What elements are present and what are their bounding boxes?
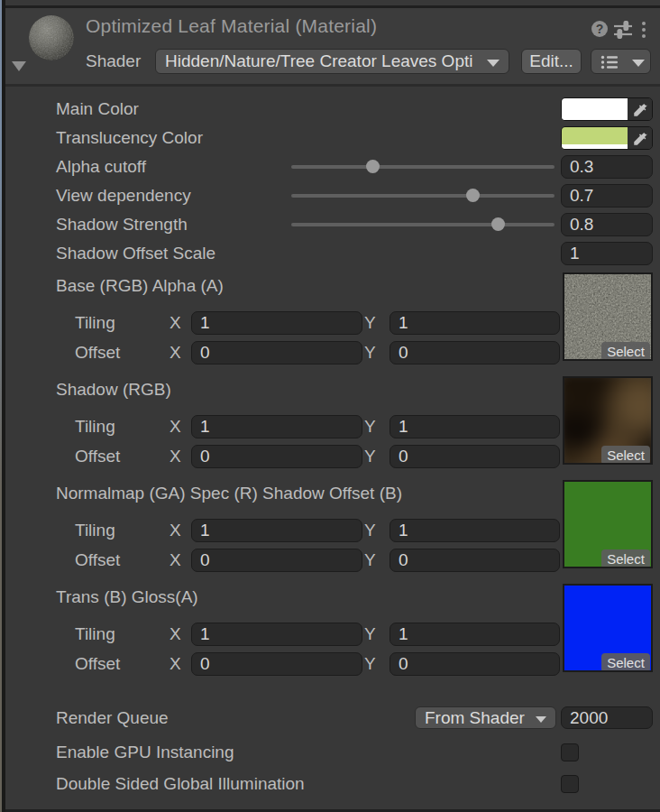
x-label: X <box>170 415 181 438</box>
row-shadow-offset-scale: Shadow Offset Scale 1 <box>5 242 660 265</box>
offset-label: Offset <box>75 445 120 468</box>
slider-knob[interactable] <box>491 217 505 231</box>
slider-track[interactable] <box>291 165 555 169</box>
translucency-color-swatch[interactable] <box>561 126 653 150</box>
row-view-dependency: View dependency 0.7 <box>5 184 660 208</box>
normalmap-tiling-x-field[interactable]: 1 <box>191 519 362 542</box>
trans-tiling-x-field[interactable]: 1 <box>191 623 362 646</box>
section-base-texture: Base (RGB) Alpha (A) Select Tiling X 1 Y… <box>5 272 660 376</box>
normalmap-texture-title: Normalmap (GA) Spec (R) Shadow Offset (B… <box>56 484 402 503</box>
section-shadow-texture: Shadow (RGB) Select Tiling X 1 Y 1 Offse… <box>5 376 660 480</box>
shadow-offset-y-field[interactable]: 0 <box>390 445 560 468</box>
tiling-label: Tiling <box>75 311 115 335</box>
view-dependency-value-field[interactable]: 0.7 <box>561 184 653 208</box>
help-icon[interactable]: ? <box>591 21 608 37</box>
shadow-tiling-x-field[interactable]: 1 <box>191 415 362 438</box>
x-label: X <box>170 519 181 542</box>
alpha-cutoff-value-field[interactable]: 0.3 <box>561 155 653 179</box>
row-alpha-cutoff: Alpha cutoff 0.3 <box>5 155 660 179</box>
render-queue-label: Render Queue <box>56 706 169 729</box>
shadow-offset-scale-label: Shadow Offset Scale <box>56 242 215 265</box>
section-trans-texture: Trans (B) Gloss(A) Select Tiling X 1 Y 1… <box>5 584 660 687</box>
tiling-label: Tiling <box>75 519 115 542</box>
normalmap-offset-x-field[interactable]: 0 <box>191 549 362 572</box>
y-label: Y <box>364 519 376 542</box>
main-color-swatch[interactable] <box>561 97 653 121</box>
render-queue-dropdown[interactable]: From Shader <box>415 706 556 729</box>
dropdown-caret-icon <box>536 716 546 723</box>
row-render-queue: Render Queue From Shader 2000 <box>5 706 660 729</box>
base-tiling-x-field[interactable]: 1 <box>191 311 362 335</box>
trans-offset-x-field[interactable]: 0 <box>191 652 362 676</box>
base-tiling-y-field[interactable]: 1 <box>390 311 560 335</box>
row-shadow-strength: Shadow Strength 0.8 <box>5 213 660 236</box>
slider-knob[interactable] <box>366 160 380 173</box>
row-enable-gpu-instancing: Enable GPU Instancing <box>5 743 660 761</box>
slider-knob[interactable] <box>466 189 480 202</box>
y-label: Y <box>364 415 376 438</box>
shadow-offset-scale-field[interactable]: 1 <box>561 242 653 265</box>
shadow-strength-slider[interactable] <box>291 213 555 236</box>
y-label: Y <box>364 341 376 364</box>
offset-label: Offset <box>75 652 120 676</box>
base-texture-title: Base (RGB) Alpha (A) <box>56 276 224 296</box>
row-main-color: Main Color <box>5 97 660 121</box>
y-label: Y <box>364 623 376 646</box>
double-sided-gi-label: Double Sided Global Illumination <box>56 775 305 793</box>
y-label: Y <box>364 311 376 335</box>
x-label: X <box>170 341 181 364</box>
window-edge-shadow <box>2 0 5 812</box>
shadow-offset-x-field[interactable]: 0 <box>191 445 362 468</box>
view-dependency-label: View dependency <box>56 184 191 208</box>
top-divider <box>2 5 660 8</box>
eyedropper-icon <box>632 131 648 147</box>
gpu-instancing-checkbox[interactable] <box>561 743 579 761</box>
section-normalmap-texture: Normalmap (GA) Spec (R) Shadow Offset (B… <box>5 480 660 584</box>
foldout-arrow-icon[interactable] <box>12 61 26 71</box>
shader-dropdown[interactable]: Hidden/Nature/Tree Creator Leaves Opti <box>155 49 509 74</box>
tiling-label: Tiling <box>75 415 115 438</box>
x-label: X <box>170 445 181 468</box>
dropdown-caret-icon <box>487 60 500 67</box>
shader-edit-button[interactable]: Edit... <box>521 49 582 74</box>
translucency-color-alpha-bar <box>562 144 628 149</box>
view-dependency-slider[interactable] <box>291 184 555 208</box>
slider-track[interactable] <box>291 223 555 226</box>
normalmap-tiling-y-field[interactable]: 1 <box>390 519 560 542</box>
base-offset-y-field[interactable]: 0 <box>390 341 560 364</box>
eyedropper-icon <box>632 102 648 118</box>
shadow-tiling-y-field[interactable]: 1 <box>390 415 560 438</box>
list-caret-icon <box>632 60 645 67</box>
shadow-strength-value-field[interactable]: 0.8 <box>561 213 653 236</box>
normalmap-offset-y-field[interactable]: 0 <box>390 549 560 572</box>
shadow-strength-label: Shadow Strength <box>56 213 188 236</box>
shader-list-button[interactable] <box>591 49 651 74</box>
main-color-eyedropper[interactable] <box>628 98 652 120</box>
presets-icon[interactable] <box>614 21 632 39</box>
material-inspector: Optimized Leaf Material (Material) ? Sha… <box>0 0 660 812</box>
y-label: Y <box>364 445 376 468</box>
slider-track[interactable] <box>291 194 555 198</box>
x-label: X <box>170 549 181 572</box>
main-color-alpha-bar <box>562 115 628 120</box>
render-queue-value-field[interactable]: 2000 <box>561 706 653 729</box>
material-preview-icon <box>29 15 74 60</box>
x-label: X <box>170 311 181 335</box>
x-label: X <box>170 652 181 676</box>
trans-offset-y-field[interactable]: 0 <box>390 652 560 676</box>
trans-tiling-y-field[interactable]: 1 <box>390 623 560 646</box>
base-offset-x-field[interactable]: 0 <box>191 341 362 364</box>
row-double-sided-gi: Double Sided Global Illumination <box>5 775 660 793</box>
alpha-cutoff-slider[interactable] <box>291 155 555 179</box>
translucency-color-eyedropper[interactable] <box>628 127 652 149</box>
offset-label: Offset <box>75 341 120 364</box>
kebab-menu-icon[interactable] <box>642 22 646 41</box>
offset-label: Offset <box>75 549 120 572</box>
trans-texture-title: Trans (B) Gloss(A) <box>56 587 198 607</box>
x-label: X <box>170 623 181 646</box>
list-icon <box>600 55 619 69</box>
double-sided-gi-checkbox[interactable] <box>561 775 579 793</box>
alpha-cutoff-label: Alpha cutoff <box>56 155 146 179</box>
row-translucency-color: Translucency Color <box>5 126 660 150</box>
tiling-label: Tiling <box>75 623 115 646</box>
